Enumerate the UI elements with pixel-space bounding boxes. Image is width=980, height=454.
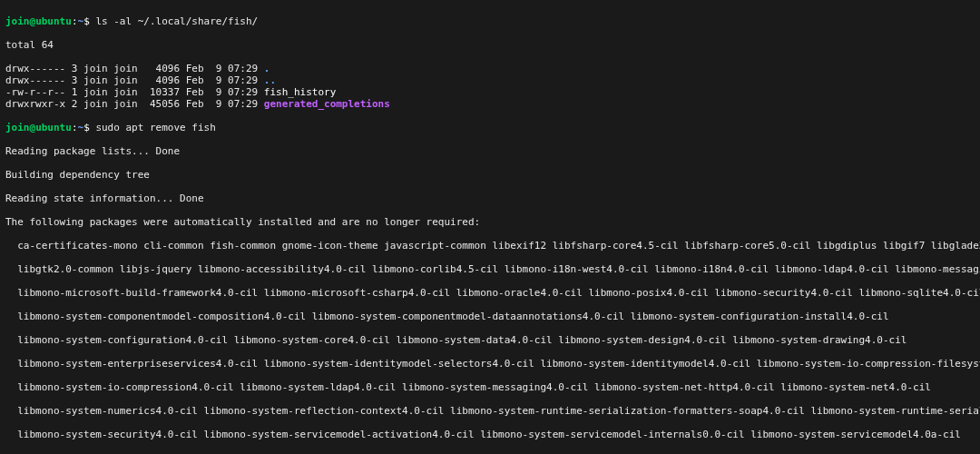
apt-pkg: libmono-microsoft-build-framework4.0-cil…: [5, 287, 975, 299]
ls-row: drwxrwxr-x 2 join join 45056 Feb 9 07:29…: [5, 98, 975, 110]
command-1: ls -al ~/.local/share/fish/: [95, 15, 258, 27]
apt-pkg: libmono-system-security4.0-cil libmono-s…: [5, 429, 975, 440]
apt-pkg: libmono-system-numerics4.0-cil libmono-s…: [5, 405, 975, 417]
apt-line: Building dependency tree: [5, 169, 975, 181]
apt-pkg: libmono-system-enterpriseservices4.0-cil…: [5, 358, 975, 370]
apt-pkg: libmono-system-io-compression4.0-cil lib…: [5, 381, 975, 393]
prompt-line-2: join@ubuntu:~$ sudo apt remove fish: [5, 122, 975, 133]
apt-line: Reading package lists... Done: [5, 145, 975, 157]
apt-line: The following packages were automaticall…: [5, 216, 975, 228]
terminal[interactable]: join@ubuntu:~$ ls -al ~/.local/share/fis…: [0, 0, 980, 454]
apt-pkg: libgtk2.0-common libjs-jquery libmono-ac…: [5, 263, 975, 275]
filename: fish_history: [264, 86, 336, 98]
apt-line: Reading state information... Done: [5, 192, 975, 204]
apt-pkg: libmono-system-componentmodel-compositio…: [5, 311, 975, 322]
prompt-line-1: join@ubuntu:~$ ls -al ~/.local/share/fis…: [5, 15, 975, 27]
filename: ..: [264, 74, 276, 86]
ls-row: drwx------ 3 join join 4096 Feb 9 07:29 …: [5, 63, 975, 74]
filename: generated_completions: [264, 98, 390, 110]
apt-pkg: libmono-system-configuration4.0-cil libm…: [5, 334, 975, 346]
apt-pkg: ca-certificates-mono cli-common fish-com…: [5, 240, 975, 252]
filename: .: [264, 63, 270, 74]
ls-row: -rw-r--r-- 1 join join 10337 Feb 9 07:29…: [5, 86, 975, 98]
ls-row: drwx------ 3 join join 4096 Feb 9 07:29 …: [5, 74, 975, 86]
user-host: join@ubuntu: [5, 15, 72, 27]
command-2: sudo apt remove fish: [95, 122, 215, 133]
ls-total-1: total 64: [5, 39, 975, 51]
